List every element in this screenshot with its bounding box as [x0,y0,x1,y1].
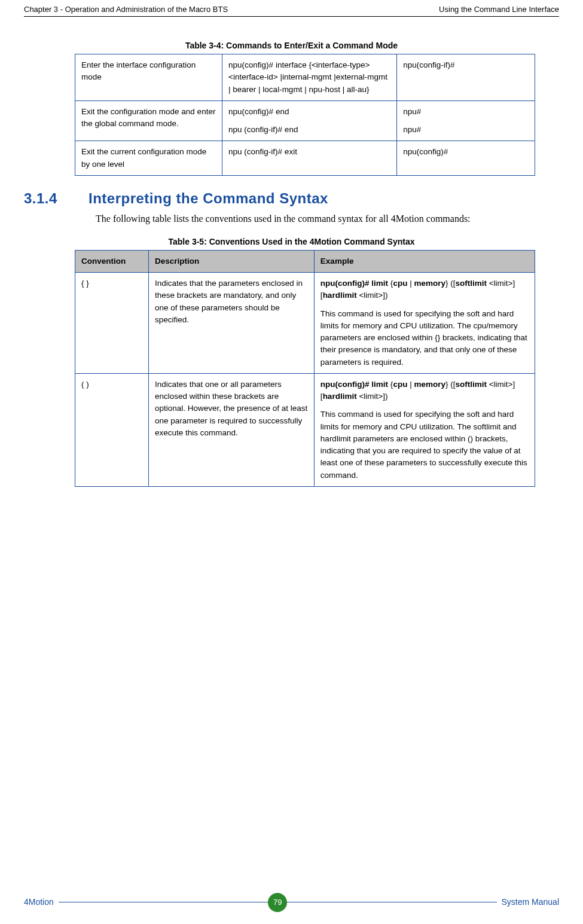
t: memory [414,279,445,288]
prompt: npu# [403,125,421,134]
table-3-4-caption: Table 3-4: Commands to Enter/Exit a Comm… [24,41,559,50]
cmd-line: npu (config-if)# end [228,125,298,134]
t: | [407,279,414,288]
col-convention: Convention [75,250,149,272]
t: softlimit [455,279,487,288]
t: cpu [393,380,407,389]
t: cpu [393,279,407,288]
table-row: { } Indicates that the parameters enclos… [75,273,535,374]
example-body: This command is used for specifying the … [321,309,527,367]
cell-example: npu(config)# limit {cpu | memory} ([soft… [314,273,535,374]
cmd: npu(config)# limit [321,279,390,288]
cell: npu (config-if)# exit [222,141,397,176]
section-number: 3.1.4 [24,190,72,207]
page-header: Chapter 3 - Operation and Administration… [24,0,559,17]
cell: npu(config)# end npu (config-if)# end [222,100,397,141]
t: hardlimit [323,392,357,401]
table-header-row: Convention Description Example [75,250,535,272]
col-example: Example [314,250,535,272]
t: } [445,279,450,288]
prompt: npu# [403,107,421,116]
t: <limit>]) [357,392,388,401]
table-3-4: Enter the interface configuration mode n… [75,54,535,176]
table-3-5: Convention Description Example { } Indic… [75,250,535,487]
t: softlimit [455,380,487,389]
t: } [445,380,450,389]
cmd-line: npu(config)# end [228,107,289,116]
t: <limit>]) [357,291,388,300]
example-body: This command is used for specifying the … [321,410,527,479]
table-3-5-caption: Table 3-5: Conventions Used in the 4Moti… [24,237,559,246]
cell: npu(config)# [397,141,535,176]
header-right: Using the Command Line Interface [439,5,559,14]
table-row: Enter the interface configuration mode n… [75,54,535,101]
cell-description: Indicates that the parameters enclosed i… [149,273,315,374]
cell: npu(config)# interface {<interface-type>… [222,54,397,101]
table-row: Exit the configuration mode and enter th… [75,100,535,141]
cell-example: npu(config)# limit {cpu | memory} ([soft… [314,373,535,486]
section-body: The following table lists the convention… [96,212,556,226]
cell: npu(config-if)# [397,54,535,101]
section-heading: 3.1.4 Interpreting the Command Syntax [24,190,559,207]
header-left: Chapter 3 - Operation and Administration… [24,5,228,14]
cmd: npu(config)# limit [321,380,390,389]
cell: Enter the interface configuration mode [75,54,222,101]
cell: Exit the current configuration mode by o… [75,141,222,176]
cell: Exit the configuration mode and enter th… [75,100,222,141]
cell-convention: { } [75,273,149,374]
col-description: Description [149,250,315,272]
t: hardlimit [323,291,357,300]
cell-description: Indicates that one or all parameters enc… [149,373,315,486]
cell-convention: ( ) [75,373,149,486]
cell: npu# npu# [397,100,535,141]
t: | [407,380,414,389]
t: memory [414,380,445,389]
table-row: ( ) Indicates that one or all parameters… [75,373,535,486]
section-title: Interpreting the Command Syntax [88,190,328,207]
table-row: Exit the current configuration mode by o… [75,141,535,176]
